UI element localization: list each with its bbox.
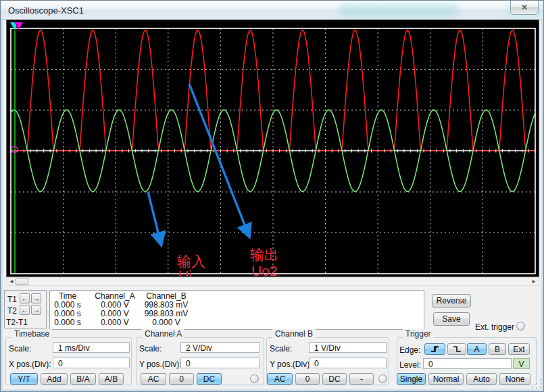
t2t1-channel-b: 0.000 V bbox=[126, 318, 207, 327]
scroll-left-icon[interactable]: ◄ bbox=[8, 278, 15, 285]
channel-a-ypos-label: Y pos.(Div): bbox=[139, 360, 181, 369]
trigger-auto-button[interactable]: Auto bbox=[466, 373, 497, 385]
cursor-t1-label: T1 bbox=[7, 295, 17, 304]
channel-b-scale-label: Scale: bbox=[270, 344, 292, 353]
title-bar[interactable]: Oscilloscope-XSC1 ✕ bbox=[1, 1, 544, 20]
timebase-yt-button[interactable]: Y/T bbox=[10, 373, 38, 385]
trigger-source-b-button[interactable]: B bbox=[489, 343, 506, 355]
channel-a-caption: Channel A bbox=[142, 329, 184, 339]
channel-b-zero-button[interactable]: 0 bbox=[295, 373, 320, 385]
save-button[interactable]: Save bbox=[433, 312, 470, 326]
t1-channel-b: 998.803 mV bbox=[126, 300, 207, 310]
channel-a-probe-indicator[interactable] bbox=[250, 374, 259, 383]
channel-b-scale-input[interactable]: 1 V/Div bbox=[309, 342, 387, 353]
t2-channel-b: 998.803 mV bbox=[126, 309, 207, 318]
scroll-right-icon[interactable]: ► bbox=[530, 278, 537, 285]
timebase-scale-label: Scale: bbox=[9, 344, 31, 353]
cursor-number: 1 bbox=[16, 23, 19, 29]
trigger-normal-button[interactable]: Normal bbox=[428, 373, 464, 385]
timebase-ab-button[interactable]: A/B bbox=[99, 373, 124, 385]
annotation-input-symbol: Ui bbox=[178, 268, 192, 276]
glass-reflection bbox=[339, 4, 458, 18]
timebase-ba-button[interactable]: B/A bbox=[70, 373, 96, 385]
channel-a-scale-input[interactable]: 2 V/Div bbox=[180, 342, 259, 353]
resize-grip[interactable] bbox=[532, 379, 541, 389]
timebase-xpos-input[interactable]: 0 bbox=[53, 358, 130, 368]
close-icon: ✕ bbox=[521, 3, 528, 12]
scroll-thumb[interactable] bbox=[16, 278, 28, 285]
channel-a-zero-button[interactable]: 0 bbox=[169, 373, 194, 385]
channel-a-ypos-input[interactable]: 0 bbox=[180, 358, 259, 368]
trigger-level-input[interactable]: 0 bbox=[423, 358, 512, 369]
col-header-channel-b: Channel_B bbox=[126, 291, 207, 301]
falling-edge-icon bbox=[453, 345, 462, 353]
cursor-t2-label: T2 bbox=[7, 306, 17, 316]
ext-trigger-indicator[interactable] bbox=[516, 322, 525, 330]
oscilloscope-window: Oscilloscope-XSC1 ✕ 1 输入 bbox=[0, 0, 544, 392]
trigger-none-button[interactable]: None bbox=[499, 373, 530, 385]
window-title: Oscilloscope-XSC1 bbox=[8, 5, 84, 16]
trigger-single-button[interactable]: Single bbox=[397, 373, 426, 385]
ext-trigger-label: Ext. trigger bbox=[475, 322, 514, 332]
axis-tick-marks bbox=[11, 149, 535, 153]
rising-edge-icon bbox=[430, 345, 439, 353]
channel-a-dc-button[interactable]: DC bbox=[197, 373, 222, 385]
timebase-add-button[interactable]: Add bbox=[41, 373, 68, 385]
annotation-output-symbol: Uo2 bbox=[251, 263, 278, 276]
timebase-xpos-label: X pos.(Div): bbox=[9, 360, 51, 369]
channel-b-ypos-label: Y pos.(Div): bbox=[270, 360, 312, 369]
trigger-edge-label: Edge: bbox=[399, 345, 420, 355]
annotation-arrow-input bbox=[148, 192, 161, 243]
trigger-caption: Trigger bbox=[403, 329, 434, 339]
trigger-source-a-button[interactable]: A bbox=[467, 343, 487, 355]
cursor-t2t1-label: T2-T1 bbox=[6, 318, 28, 327]
close-button[interactable]: ✕ bbox=[510, 1, 539, 15]
timebase-caption: Timebase bbox=[11, 329, 52, 339]
channel-b-dc-button[interactable]: DC bbox=[322, 373, 347, 385]
trigger-source-ext-button[interactable]: Ext bbox=[508, 343, 530, 355]
channel-b-ac-button[interactable]: AC bbox=[267, 373, 293, 385]
horizontal-scrollbar[interactable]: ◄ ► bbox=[6, 277, 539, 286]
channel-b-probe-indicator[interactable] bbox=[378, 374, 387, 383]
trigger-falling-edge-button[interactable] bbox=[447, 343, 466, 355]
channel-b-caption: Channel B bbox=[272, 329, 316, 339]
scope-display: 1 输入 Ui 输出 Uo2 bbox=[6, 20, 539, 277]
trigger-level-label: Level: bbox=[399, 360, 421, 370]
channel-a-scale-label: Scale: bbox=[139, 344, 162, 353]
reverse-button[interactable]: Reverse bbox=[432, 294, 471, 308]
channel-b-ypos-input[interactable]: 0 bbox=[309, 358, 387, 368]
scope-screen: 1 输入 Ui 输出 Uo2 bbox=[7, 20, 539, 276]
channel-b-minus-button[interactable]: - bbox=[349, 373, 374, 385]
trigger-rising-edge-button[interactable] bbox=[424, 343, 445, 355]
annotation-output-cn: 输出 bbox=[250, 247, 278, 262]
timebase-scale-input[interactable]: 1 ms/Div bbox=[53, 342, 130, 353]
annotation-input-cn: 输入 bbox=[177, 253, 205, 269]
channel-a-ac-button[interactable]: AC bbox=[141, 373, 166, 385]
trigger-level-unit-select[interactable]: V bbox=[513, 358, 530, 369]
